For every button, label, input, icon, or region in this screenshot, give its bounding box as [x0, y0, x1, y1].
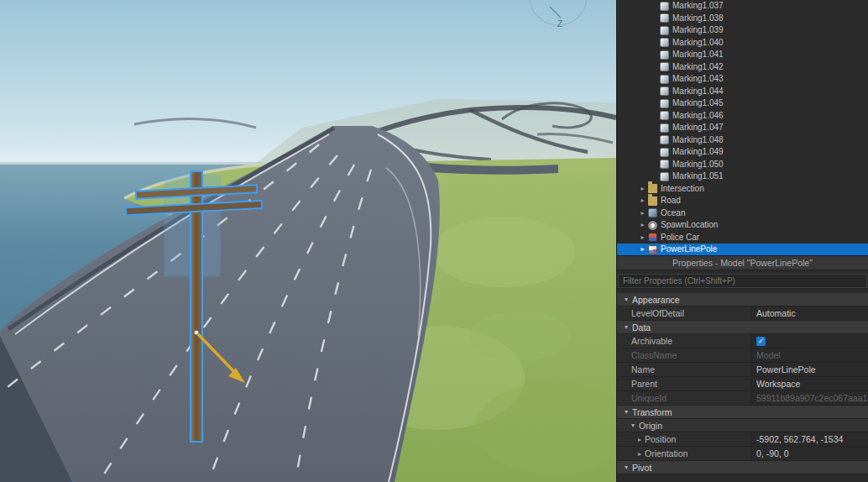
property-name-label: Parent: [631, 379, 657, 389]
explorer-item-marking1.051[interactable]: Marking1.051: [617, 170, 868, 183]
section-label: Origin: [639, 421, 662, 431]
property-name-label: Position: [645, 434, 676, 444]
part-icon: [648, 208, 657, 217]
explorer-item-label: Marking1.038: [672, 13, 724, 24]
explorer-item-marking1.037[interactable]: Marking1.037: [617, 0, 868, 13]
explorer-item-marking1.041[interactable]: Marking1.041: [617, 49, 868, 61]
marking-icon: [660, 62, 669, 71]
explorer-item-marking1.048[interactable]: Marking1.048: [617, 134, 868, 147]
section-pivot[interactable]: ▾Pivot: [617, 461, 868, 474]
explorer-item-label: Marking1.043: [672, 73, 724, 85]
explorer-item-marking1.045[interactable]: Marking1.045: [617, 97, 868, 110]
property-value-cell: -5902, 562.764, -1534: [751, 432, 868, 446]
explorer-item-marking1.050[interactable]: Marking1.050: [617, 159, 868, 171]
property-value[interactable]: Automatic: [756, 308, 796, 318]
explorer-item-police-car[interactable]: ▸Police Car: [617, 232, 868, 244]
explorer-item-marking1.039[interactable]: Marking1.039: [617, 24, 868, 37]
expand-arrow-icon[interactable]: ▸: [637, 195, 648, 207]
collapse-arrow-icon[interactable]: ▾: [620, 323, 632, 331]
property-value[interactable]: Workspace: [756, 379, 800, 389]
axis-z-label: Z: [557, 19, 562, 29]
property-name-label: UniqueId: [631, 393, 667, 403]
property-value-cell: Automatic: [751, 306, 868, 320]
section-label: Pivot: [632, 463, 651, 473]
property-value[interactable]: -5902, 562.764, -1534: [756, 434, 843, 444]
marking-icon: [660, 38, 669, 47]
explorer-item-road[interactable]: ▸Road: [617, 195, 868, 207]
property-name-label: Name: [631, 364, 655, 375]
property-name: Archivable: [617, 334, 751, 348]
explorer-item-marking1.047[interactable]: Marking1.047: [617, 122, 868, 134]
explorer-tree[interactable]: Marking1.037Marking1.038Marking1.039Mark…: [617, 0, 868, 256]
marking-icon: [660, 75, 669, 84]
explorer-item-powerlinepole[interactable]: ▸PowerLinePole: [617, 244, 868, 256]
marking-icon: [660, 50, 669, 60]
section-label: Transform: [632, 407, 672, 417]
collapse-arrow-icon[interactable]: ▾: [620, 464, 632, 471]
filter-properties-input[interactable]: [618, 274, 867, 288]
property-value-cell: Model: [751, 348, 868, 362]
collapse-arrow-icon[interactable]: ▾: [620, 296, 632, 303]
explorer-item-intersection[interactable]: ▸Intersection: [617, 183, 868, 196]
explorer-item-marking1.046[interactable]: Marking1.046: [617, 110, 868, 123]
explorer-item-marking1.049[interactable]: Marking1.049: [617, 146, 868, 159]
explorer-item-marking1.044[interactable]: Marking1.044: [617, 86, 868, 98]
explorer-item-marking1.038[interactable]: Marking1.038: [617, 13, 868, 25]
property-name-label: LevelOfDetail: [631, 308, 684, 318]
explorer-item-label: Marking1.045: [672, 97, 724, 109]
collapse-arrow-icon[interactable]: ▾: [620, 408, 632, 416]
explorer-item-ocean[interactable]: ▸Ocean: [617, 207, 868, 220]
property-value-cell: 0, -90, 0: [751, 447, 868, 460]
expand-arrow-icon[interactable]: ▸: [635, 436, 645, 443]
filter-properties-wrap: [617, 270, 868, 289]
viewport-3d[interactable]: Z: [0, 0, 616, 482]
explorer-item-spawnlocation[interactable]: ▸SpawnLocation: [617, 219, 868, 232]
expand-arrow-icon[interactable]: ▸: [637, 219, 648, 231]
section-label: Data: [632, 322, 651, 333]
section-transform[interactable]: ▾Transform: [617, 406, 868, 419]
property-name-label: Archivable: [631, 336, 672, 346]
marking-icon: [660, 123, 669, 133]
roblox-studio-window: Z Marking1.037Marking1.038Marking1.039Ma…: [0, 0, 868, 482]
section-origin[interactable]: ▾Origin: [617, 419, 868, 432]
explorer-item-marking1.042[interactable]: Marking1.042: [617, 61, 868, 74]
property-value[interactable]: 0, -90, 0: [756, 448, 789, 458]
property-name: ClassName: [617, 348, 751, 362]
explorer-item-label: SpawnLocation: [661, 219, 718, 231]
explorer-item-label: Marking1.048: [672, 134, 724, 146]
section-appearance[interactable]: ▾Appearance: [617, 293, 868, 306]
property-value[interactable]: PowerLinePole: [756, 364, 816, 375]
expand-arrow-icon[interactable]: ▸: [637, 244, 648, 255]
property-name: Name: [617, 363, 751, 376]
expand-arrow-icon[interactable]: ▸: [637, 183, 648, 195]
marking-icon: [660, 13, 669, 23]
property-name: UniqueId: [617, 391, 751, 405]
property-value-cell: Workspace: [751, 377, 868, 390]
marking-icon: [660, 26, 669, 35]
explorer-item-label: Road: [661, 195, 681, 207]
explorer-item-label: Intersection: [661, 183, 704, 195]
property-row-archivable: Archivable✓: [617, 334, 868, 348]
right-dock-panel: Marking1.037Marking1.038Marking1.039Mark…: [616, 0, 868, 482]
property-row-orientation: ▸Orientation0, -90, 0: [617, 447, 868, 461]
properties-panel: Properties - Model "PowerLinePole" ▾Appe…: [617, 256, 868, 482]
checkbox-checked[interactable]: ✓: [756, 337, 766, 346]
expand-arrow-icon[interactable]: ▸: [637, 232, 648, 244]
marking-icon: [660, 2, 669, 11]
marking-icon: [660, 86, 669, 96]
expand-arrow-icon[interactable]: ▸: [637, 207, 648, 219]
section-data[interactable]: ▾Data: [617, 321, 868, 334]
explorer-item-label: Marking1.042: [672, 61, 724, 73]
property-value: Model: [756, 350, 781, 360]
expand-arrow-icon[interactable]: ▸: [635, 450, 645, 458]
explorer-item-label: Marking1.046: [672, 110, 724, 122]
marking-icon: [660, 111, 669, 120]
explorer-item-label: Marking1.037: [672, 0, 724, 12]
property-row-parent: ParentWorkspace: [617, 377, 868, 391]
explorer-item-marking1.040[interactable]: Marking1.040: [617, 37, 868, 50]
property-name: LevelOfDetail: [617, 306, 751, 320]
collapse-arrow-icon[interactable]: ▾: [627, 422, 639, 429]
explorer-item-label: Marking1.049: [672, 146, 724, 158]
properties-rows: ▾AppearanceLevelOfDetailAutomatic▾DataAr…: [617, 293, 868, 474]
explorer-item-marking1.043[interactable]: Marking1.043: [617, 73, 868, 86]
